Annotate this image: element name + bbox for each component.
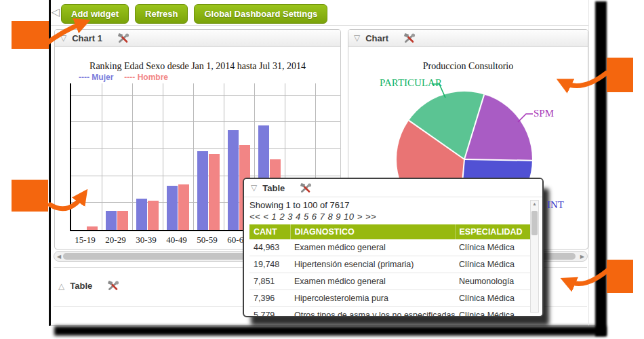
dashboard-page: ◁ Add widgetRefreshGlobal Dashboard Sett… (0, 0, 644, 339)
y-axis-tick (70, 94, 71, 96)
widget-title: Table (70, 281, 92, 291)
legend-item-mujer: ---- Mujer (79, 73, 113, 82)
pie-label-spm: SPM (534, 108, 554, 119)
table-row: 5,779Otros tipos de asma y los no especi… (249, 307, 530, 318)
pagination-pages[interactable]: 2 3 4 5 6 7 8 9 10 > >> (279, 212, 376, 222)
pie-slice-separator (464, 159, 532, 161)
pie-chart-title: Produccion Consultorio (348, 61, 588, 72)
bar-hombre-20-29 (117, 211, 128, 230)
toolbar-button-global-dashboard-settings[interactable]: Global Dashboard Settings (194, 4, 327, 24)
toolbar-divider (51, 25, 588, 26)
record-count-text: Showing 1 to 100 of 7617 (249, 200, 537, 211)
widget-chart2-header: ▽ Chart (348, 30, 588, 47)
toolbar-button-refresh[interactable]: Refresh (135, 4, 188, 24)
widget-settings-icon[interactable] (107, 281, 119, 291)
widget-title: Chart (365, 33, 388, 43)
pie-slice-separator (409, 120, 465, 160)
widget-table-bottom-header: △ Table (58, 281, 119, 291)
table-cell: 7,851 (249, 273, 290, 290)
table-cell: Examen médico general (290, 239, 455, 256)
toolbar-button-add-widget[interactable]: Add widget (61, 4, 129, 24)
y-axis-tick (70, 228, 71, 230)
window-shadow-bottom (54, 326, 606, 336)
toolbar: Add widgetRefreshGlobal Dashboard Settin… (61, 4, 327, 24)
collapse-icon[interactable]: △ (58, 282, 64, 290)
widget-title: Chart 1 (72, 33, 102, 43)
column-header-especialidad[interactable]: ESPECIALIDAD (455, 224, 530, 239)
gridline (71, 148, 340, 149)
table-cell: Otros tipos de asma y los no especificad… (290, 307, 455, 318)
table-cell: 5,779 (249, 307, 290, 318)
annotation-square (12, 21, 49, 49)
pie-label-int: INT (547, 199, 564, 211)
pie-slice-separator (464, 94, 485, 159)
scroll-up-icon[interactable]: ▲ (531, 201, 538, 206)
table-cell: Examen médico general (290, 273, 455, 290)
scrollbar-thumb[interactable] (531, 211, 538, 235)
gridline (193, 83, 194, 230)
column-header-diagnostico[interactable]: DIAGNOSTICO (290, 224, 455, 239)
pagination[interactable]: << < 1 2 3 4 5 6 7 8 9 10 > >> (249, 211, 537, 223)
collapse-icon[interactable]: ▽ (60, 34, 66, 42)
table-cell: Neumonología (455, 273, 530, 290)
pie-label-particular: PARTICULAR (380, 77, 442, 89)
bar-mujer-40-49 (167, 186, 178, 230)
table-cell: Clínica Médica (455, 256, 530, 273)
gridline (71, 95, 340, 96)
pagination-current-page: 1 (272, 212, 277, 222)
bar-hombre-40-49 (178, 184, 189, 230)
bar-hombre-30-39 (148, 201, 159, 230)
gridline (132, 83, 133, 230)
table-cell: Clínica Médica (455, 239, 530, 256)
table-row: 7,851Examen médico generalNeumonología (249, 273, 530, 290)
annotation-square (12, 180, 48, 212)
table-cell: Clínica Médica (455, 307, 530, 318)
table-popup-body: Showing 1 to 100 of 7617 << < 1 2 3 4 5 … (244, 197, 542, 317)
gridline (102, 83, 102, 230)
table-cell: Hipercolesterolemia pura (290, 290, 455, 307)
table-cell: Hipertensión esencial (primaria) (290, 256, 455, 273)
pagination-prev[interactable]: << < (249, 212, 268, 222)
scroll-left-icon[interactable]: ◀ (57, 254, 61, 260)
annotation-square (607, 58, 633, 92)
y-axis-tick (70, 175, 71, 176)
y-axis-tick (70, 201, 71, 203)
scroll-right-icon[interactable]: ▶ (580, 254, 584, 260)
window-shadow-right (595, 1, 607, 336)
table-header-row: CANTDIAGNOSTICOESPECIALIDAD (249, 224, 530, 239)
table-row: 7,396Hipercolesterolemia puraClínica Méd… (249, 290, 530, 307)
bar-hombre-50-59 (209, 154, 220, 230)
diagnostics-table: CANTDIAGNOSTICOESPECIALIDAD 44,963Examen… (249, 224, 531, 317)
widget-settings-icon[interactable] (403, 33, 416, 43)
bar-mujer-60-69 (228, 130, 239, 230)
widget-chart1-header: ▽ Chart 1 (55, 30, 340, 47)
table-popup: ▽ Table Showing 1 to 100 of 7617 << < 1 … (243, 178, 544, 317)
widget-settings-icon[interactable] (300, 183, 312, 193)
y-axis-tick (70, 121, 71, 122)
bar-chart-title: Ranking Edad Sexo desde Jan 1, 2014 hast… (54, 61, 341, 72)
table-popup-header[interactable]: ▽ Table (244, 179, 542, 197)
vertical-scrollbar[interactable]: ▲ (530, 200, 539, 313)
bar-mujer-50-59 (197, 151, 208, 230)
gridline (163, 83, 163, 230)
bar-chart-legend: ---- Mujer---- Hombre (79, 73, 168, 82)
bar-mujer-20-29 (106, 211, 117, 230)
table-cell: 7,396 (249, 290, 290, 307)
bar-mujer-30-39 (136, 199, 147, 230)
y-axis-tick (70, 148, 71, 149)
collapse-icon[interactable]: ▽ (354, 34, 360, 42)
table-cell: Clínica Médica (455, 290, 530, 307)
widget-settings-icon[interactable] (117, 33, 129, 43)
gridline (224, 83, 224, 230)
sidebar-collapse-icon[interactable]: ◁ (52, 5, 60, 19)
annotation-square (607, 260, 633, 293)
widget-title: Table (262, 183, 285, 193)
column-header-cant[interactable]: CANT (249, 224, 290, 239)
collapse-icon[interactable]: ▽ (251, 184, 257, 192)
table-cell: 19,748 (249, 256, 290, 273)
panel-edge-line (588, 0, 589, 325)
table-cell: 44,963 (249, 239, 290, 256)
legend-item-hombre: ---- Hombre (124, 73, 168, 82)
table-row: 19,748Hipertensión esencial (primaria)Cl… (249, 256, 530, 273)
table-row: 44,963Examen médico generalClínica Médic… (249, 239, 530, 256)
